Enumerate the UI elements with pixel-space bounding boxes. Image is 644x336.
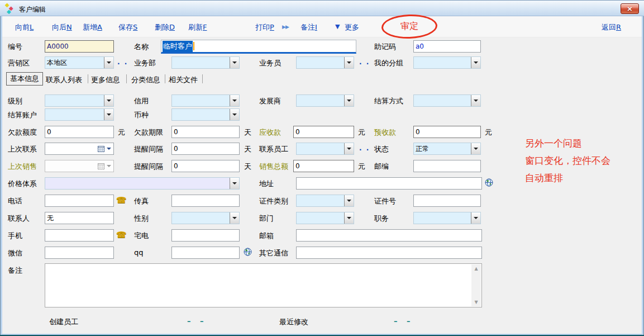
unit-suffix: 元 [485,127,492,138]
browse-dots-button[interactable]: . . [359,144,370,152]
chevron-down-icon[interactable] [104,94,114,107]
chevron-down-icon[interactable] [471,94,481,107]
contact-person-label: 联系人 [8,214,30,224]
contact-staff-select[interactable] [296,143,354,155]
qq-input[interactable] [171,247,240,259]
id-number-input[interactable] [413,195,481,207]
position-select[interactable] [413,212,481,224]
tab-contact-list[interactable]: 联系人列表 [46,75,82,85]
chevron-down-icon[interactable] [230,94,240,107]
toolbar-add-button[interactable]: 新增A [83,22,102,32]
settle-account-select[interactable] [45,108,114,121]
remarks-textarea[interactable]: ▲ ▼ [45,263,482,307]
chevron-down-icon[interactable] [471,212,481,224]
price-system-select[interactable] [45,177,240,190]
toolbar-refresh-button[interactable]: 刷新F [188,22,207,32]
tab-category-info[interactable]: 分类信息 [131,75,160,85]
unit-suffix: 天 [244,162,251,172]
chevron-down-icon[interactable] [230,56,240,69]
debt-term-input[interactable]: 0 [171,126,240,138]
level-select[interactable] [45,94,114,107]
globe-icon[interactable] [485,178,493,187]
address-input[interactable] [296,177,482,190]
tab-more-info[interactable]: 更多信息 [91,75,120,85]
chevron-down-icon[interactable] [230,212,240,224]
chevron-down-icon[interactable] [471,56,481,69]
wechat-input[interactable] [45,247,114,259]
sales-total-input[interactable]: 0 [293,160,354,172]
tab-related-files[interactable]: 相关文件 [169,75,198,85]
number-input[interactable]: A0000 [45,40,114,53]
name-input[interactable]: 临时客户 [161,40,356,54]
department-select[interactable] [296,212,354,224]
toolbar-more-button[interactable]: 更多 [345,22,359,32]
toolbar-back-button[interactable]: 返回R [602,22,621,32]
gender-label: 性别 [134,214,149,224]
chevron-down-icon[interactable] [344,212,354,224]
chevron-down-icon[interactable] [344,143,354,155]
developer-select[interactable] [296,94,354,107]
mnemonic-input[interactable]: a0 [413,40,481,53]
chevron-down-icon[interactable] [230,108,240,121]
settle-method-select[interactable] [413,94,481,107]
status-select[interactable]: 正常 [413,143,481,155]
other-comm-input[interactable] [296,247,482,259]
toolbar-save-button[interactable]: 保存S [118,22,137,32]
browse-dots-button[interactable]: . . [359,58,370,66]
toolbar-note-button[interactable]: 备注I [300,22,317,32]
advance-input[interactable]: 0 [413,126,481,138]
phone-icon[interactable]: ☎ [116,195,127,205]
id-type-select[interactable] [296,195,354,207]
receivable-input[interactable]: 0 [293,126,354,138]
phone-input[interactable] [45,195,114,207]
created-by-label: 创建员工 [49,317,78,327]
calendar-icon[interactable] [98,146,104,152]
remind-interval2-input[interactable]: 0 [171,160,240,172]
chevron-down-icon[interactable] [230,177,240,190]
address-label: 地址 [259,179,274,189]
toolbar-print-button[interactable]: 打印P [255,22,274,32]
close-button[interactable]: × [621,3,639,14]
last-contact-date-picker[interactable] [45,143,114,155]
receivable-label: 应收款 [259,127,281,138]
scrollbar[interactable]: ▲ ▼ [471,264,481,306]
fax-input[interactable] [171,195,240,207]
scroll-up-icon[interactable]: ▲ [471,264,481,273]
postcode-input[interactable] [413,160,481,172]
my-group-select[interactable] [413,56,481,69]
chevron-down-icon[interactable] [344,94,354,107]
salesperson-select[interactable] [296,56,354,69]
toolbar-forward-button[interactable]: 向前L [15,22,34,32]
more-arrow-icon: ▼ [335,23,340,30]
mobile-input[interactable] [45,229,114,242]
chevron-down-icon[interactable] [104,108,114,121]
double-chevron-icon[interactable]: ▶▶ [282,24,289,30]
chevron-down-icon[interactable] [344,195,354,207]
debt-term-label: 欠款期限 [134,127,163,138]
email-input[interactable] [296,229,482,242]
marketing-area-select[interactable]: 本地区 [45,56,114,69]
browse-dots-button[interactable]: . . [117,58,128,66]
scroll-down-icon[interactable]: ▼ [471,298,481,306]
toolbar-delete-button[interactable]: 删除D [155,22,175,32]
fax-label: 传真 [134,196,149,206]
number-label: 编号 [8,42,22,52]
toolbar-backward-button[interactable]: 向后N [52,22,72,32]
chevron-down-icon[interactable] [344,56,354,69]
home-phone-label: 宅电 [134,231,149,241]
credit-select[interactable] [171,94,240,107]
remind-interval-input[interactable]: 0 [171,143,240,155]
chevron-down-icon[interactable] [104,56,114,69]
chevron-down-icon[interactable] [471,143,481,155]
tab-basic-info[interactable]: 基本信息 [6,72,43,86]
gender-select[interactable] [171,212,240,224]
contact-person-input[interactable]: 无 [45,212,114,224]
close-icon: × [627,4,633,13]
chevron-down-icon[interactable] [107,148,111,150]
phone-icon[interactable]: ☎ [116,230,127,240]
sales-dept-select[interactable] [171,56,240,69]
currency-select[interactable] [171,108,240,121]
home-phone-input[interactable] [171,229,240,242]
debt-limit-input[interactable]: 0 [45,126,114,138]
globe-icon[interactable] [244,248,252,256]
